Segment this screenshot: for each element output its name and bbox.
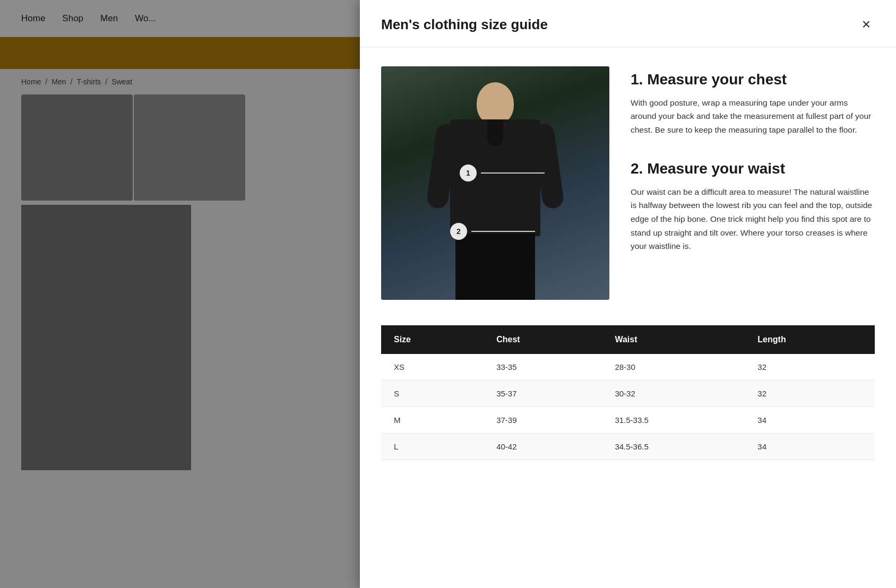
- table-cell: 34.5-36.5: [602, 434, 745, 460]
- table-row: S35-3730-3232: [381, 381, 875, 407]
- table-cell: S: [381, 381, 484, 407]
- col-chest: Chest: [484, 325, 602, 354]
- table-cell: 33-35: [484, 354, 602, 381]
- table-cell: 40-42: [484, 434, 602, 460]
- chest-indicator-number: 1: [460, 165, 477, 181]
- person-head: [477, 82, 514, 125]
- table-cell: 34: [745, 434, 875, 460]
- measurement-image: 1 2: [381, 66, 609, 300]
- table-cell: 37-39: [484, 407, 602, 434]
- waist-indicator-number: 2: [450, 223, 467, 240]
- waist-indicator: 2: [450, 223, 535, 240]
- measurement-photo: 1 2: [381, 66, 609, 300]
- size-table-header-row: Size Chest Waist Length: [381, 325, 875, 354]
- col-length: Length: [745, 325, 875, 354]
- measurement-content: 1. Measure your chest With good posture,…: [631, 66, 875, 300]
- col-size: Size: [381, 325, 484, 354]
- table-row: XS33-3528-3032: [381, 354, 875, 381]
- waist-heading: 2. Measure your waist: [631, 160, 875, 178]
- table-cell: 32: [745, 354, 875, 381]
- table-cell: 34: [745, 407, 875, 434]
- table-cell: M: [381, 407, 484, 434]
- size-table-header: Size Chest Waist Length: [381, 325, 875, 354]
- person-silhouette: [442, 77, 548, 300]
- table-cell: 32: [745, 381, 875, 407]
- chest-measure-block: 1. Measure your chest With good posture,…: [631, 71, 875, 136]
- table-cell: L: [381, 434, 484, 460]
- modal-title: Men's clothing size guide: [381, 16, 548, 33]
- modal-body: 1 2 1. Measure your chest Wit: [360, 47, 896, 486]
- modal-header: Men's clothing size guide ×: [360, 0, 896, 47]
- waist-indicator-line: [471, 231, 535, 232]
- chest-indicator-line: [481, 172, 545, 174]
- size-guide-modal: Men's clothing size guide ×: [360, 0, 896, 588]
- size-table-body: XS33-3528-3032S35-3730-3232M37-3931.5-33…: [381, 354, 875, 460]
- table-row: M37-3931.5-33.534: [381, 407, 875, 434]
- size-table: Size Chest Waist Length XS33-3528-3032S3…: [381, 325, 875, 460]
- chest-description: With good posture, wrap a measuring tape…: [631, 96, 875, 137]
- table-cell: 35-37: [484, 381, 602, 407]
- person-pants: [455, 234, 535, 300]
- table-cell: 30-32: [602, 381, 745, 407]
- table-row: L40-4234.5-36.534: [381, 434, 875, 460]
- waist-measure-block: 2. Measure your waist Our waist can be a…: [631, 160, 875, 253]
- modal-overlay[interactable]: Men's clothing size guide ×: [0, 0, 896, 588]
- col-waist: Waist: [602, 325, 745, 354]
- table-cell: 31.5-33.5: [602, 407, 745, 434]
- table-cell: 28-30: [602, 354, 745, 381]
- close-button[interactable]: ×: [858, 15, 875, 34]
- waist-description: Our waist can be a difficult area to mea…: [631, 185, 875, 253]
- chest-indicator: 1: [460, 165, 545, 181]
- table-cell: XS: [381, 354, 484, 381]
- measurement-section: 1 2 1. Measure your chest Wit: [381, 66, 875, 300]
- chest-heading: 1. Measure your chest: [631, 71, 875, 89]
